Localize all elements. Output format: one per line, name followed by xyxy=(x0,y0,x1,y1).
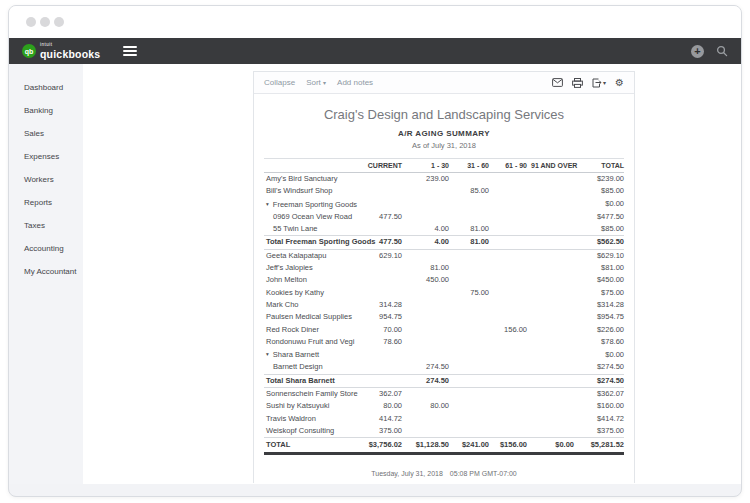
collapse-triangle-icon[interactable]: ▾ xyxy=(266,201,269,207)
amount-cell[interactable]: $274.50 xyxy=(574,374,624,387)
customer-name-cell[interactable]: Paulsen Medical Supplies xyxy=(264,311,359,323)
gear-icon[interactable]: ⚙ xyxy=(615,78,624,88)
amount-cell xyxy=(489,287,527,299)
amount-cell[interactable]: 4.00 xyxy=(402,223,449,236)
table-row: ▾ Shara Barnett$0.00 xyxy=(264,348,624,361)
amount-cell[interactable]: 75.00 xyxy=(449,287,489,299)
amount-cell[interactable]: 80.00 xyxy=(402,400,449,412)
amount-cell[interactable]: 239.00 xyxy=(402,173,449,186)
customer-name-cell[interactable]: 55 Twin Lane xyxy=(264,223,359,236)
sidebar-item-workers[interactable]: Workers xyxy=(9,168,83,191)
amount-cell[interactable]: $160.00 xyxy=(574,400,624,412)
amount-cell[interactable]: 156.00 xyxy=(489,324,527,336)
amount-cell[interactable]: $362.07 xyxy=(574,388,624,401)
amount-cell[interactable]: 362.07 xyxy=(359,388,402,401)
amount-cell xyxy=(449,299,489,311)
email-icon[interactable] xyxy=(552,78,563,87)
amount-cell[interactable]: 81.00 xyxy=(449,236,489,249)
amount-cell[interactable]: 314.28 xyxy=(359,299,402,311)
sidebar-item-reports[interactable]: Reports xyxy=(9,191,83,214)
amount-cell[interactable]: 954.75 xyxy=(359,311,402,323)
table-row: Total Shara Barnett274.50$274.50 xyxy=(264,374,624,387)
export-icon[interactable]: ▾ xyxy=(592,78,606,88)
company-name: Craig's Design and Landscaping Services xyxy=(254,107,634,122)
amount-cell[interactable]: 85.00 xyxy=(449,185,489,197)
amount-cell[interactable]: 629.10 xyxy=(359,249,402,262)
amount-cell[interactable]: $78.60 xyxy=(574,336,624,348)
amount-cell[interactable]: 70.00 xyxy=(359,324,402,336)
amount-cell[interactable]: $414.72 xyxy=(574,413,624,425)
sidebar-item-banking[interactable]: Banking xyxy=(9,99,83,122)
customer-name-cell[interactable]: Bill's Windsurf Shop xyxy=(264,185,359,197)
customer-name-cell[interactable]: 0969 Ocean View Road xyxy=(264,211,359,223)
customer-name-cell[interactable]: Sonnenschein Family Store xyxy=(264,388,359,401)
customer-name-cell[interactable]: Geeta Kalapatapu xyxy=(264,249,359,262)
amount-cell[interactable]: $629.10 xyxy=(574,249,624,262)
amount-cell[interactable]: $477.50 xyxy=(574,211,624,223)
sidebar-item-taxes[interactable]: Taxes xyxy=(9,214,83,237)
amount-cell[interactable]: $274.50 xyxy=(574,361,624,374)
add-notes-button[interactable]: Add notes xyxy=(337,78,373,87)
amount-cell[interactable]: $0.00 xyxy=(574,198,624,211)
amount-cell[interactable]: 274.50 xyxy=(402,361,449,374)
sidebar-item-accounting[interactable]: Accounting xyxy=(9,237,83,260)
amount-cell[interactable]: $85.00 xyxy=(574,185,624,197)
sidebar-item-dashboard[interactable]: Dashboard xyxy=(9,76,83,99)
amount-cell[interactable]: $75.00 xyxy=(574,287,624,299)
amount-cell[interactable]: 78.60 xyxy=(359,336,402,348)
amount-cell[interactable]: 4.00 xyxy=(402,236,449,249)
amount-cell[interactable]: 450.00 xyxy=(402,274,449,286)
amount-cell[interactable]: $562.50 xyxy=(574,236,624,249)
column-header: 61 - 90 xyxy=(489,159,527,173)
customer-name-cell[interactable]: Sushi by Katsuyuki xyxy=(264,400,359,412)
amount-cell[interactable]: 81.00 xyxy=(402,262,449,274)
amount-cell[interactable]: $226.00 xyxy=(574,324,624,336)
customer-name-cell[interactable]: Travis Waldron xyxy=(264,413,359,425)
customer-name-cell[interactable]: John Melton xyxy=(264,274,359,286)
customer-name-cell[interactable]: ▾ Freeman Sporting Goods xyxy=(264,198,359,211)
amount-cell[interactable]: $85.00 xyxy=(574,223,624,236)
amount-cell[interactable]: 81.00 xyxy=(449,223,489,236)
amount-cell xyxy=(402,249,449,262)
amount-cell[interactable]: 80.00 xyxy=(359,400,402,412)
collapse-button[interactable]: Collapse xyxy=(264,78,295,87)
amount-cell xyxy=(489,274,527,286)
customer-name-cell[interactable]: Kookies by Kathy xyxy=(264,287,359,299)
sidebar-item-expenses[interactable]: Expenses xyxy=(9,145,83,168)
sidebar-item-my-accountant[interactable]: My Accountant xyxy=(9,260,83,283)
customer-name-cell[interactable]: Amy's Bird Sanctuary xyxy=(264,173,359,186)
customer-name-cell[interactable]: Red Rock Diner xyxy=(264,324,359,336)
customer-name-cell[interactable]: Weiskopf Consulting xyxy=(264,425,359,438)
amount-cell[interactable]: $81.00 xyxy=(574,262,624,274)
customer-name-cell[interactable]: Rondonuwu Fruit and Vegi xyxy=(264,336,359,348)
customer-name-cell[interactable]: Mark Cho xyxy=(264,299,359,311)
amount-cell[interactable]: $239.00 xyxy=(574,173,624,186)
amount-cell[interactable]: $0.00 xyxy=(574,348,624,361)
customer-name-cell[interactable]: Jeff's Jalopies xyxy=(264,262,359,274)
table-row: John Melton450.00$450.00 xyxy=(264,274,624,286)
amount-cell[interactable]: $954.75 xyxy=(574,311,624,323)
amount-cell[interactable]: 414.72 xyxy=(359,413,402,425)
quickbooks-label: quickbooks xyxy=(40,49,100,60)
search-icon[interactable] xyxy=(716,45,728,57)
amount-cell[interactable]: $450.00 xyxy=(574,274,624,286)
hamburger-menu-icon[interactable] xyxy=(123,44,137,58)
create-plus-button[interactable]: + xyxy=(691,45,704,58)
print-icon[interactable] xyxy=(572,78,583,88)
amount-cell xyxy=(527,274,574,286)
sidebar-item-sales[interactable]: Sales xyxy=(9,122,83,145)
amount-cell[interactable]: 274.50 xyxy=(402,374,449,387)
customer-name-cell[interactable]: ▾ Shara Barnett xyxy=(264,348,359,361)
amount-cell[interactable]: 477.50 xyxy=(359,211,402,223)
table-row: Kookies by Kathy75.00$75.00 xyxy=(264,287,624,299)
customer-name-cell[interactable]: Barnett Design xyxy=(264,361,359,374)
amount-cell[interactable]: 375.00 xyxy=(359,425,402,438)
amount-cell[interactable]: $314.28 xyxy=(574,299,624,311)
intuit-label: intuit xyxy=(40,43,100,48)
collapse-triangle-icon[interactable]: ▾ xyxy=(266,351,269,357)
amount-cell[interactable]: $375.00 xyxy=(574,425,624,438)
amount-cell xyxy=(489,299,527,311)
amount-cell xyxy=(359,274,402,286)
table-row: 55 Twin Lane4.0081.00$85.00 xyxy=(264,223,624,236)
sort-dropdown[interactable]: Sort ▾ xyxy=(306,78,326,87)
